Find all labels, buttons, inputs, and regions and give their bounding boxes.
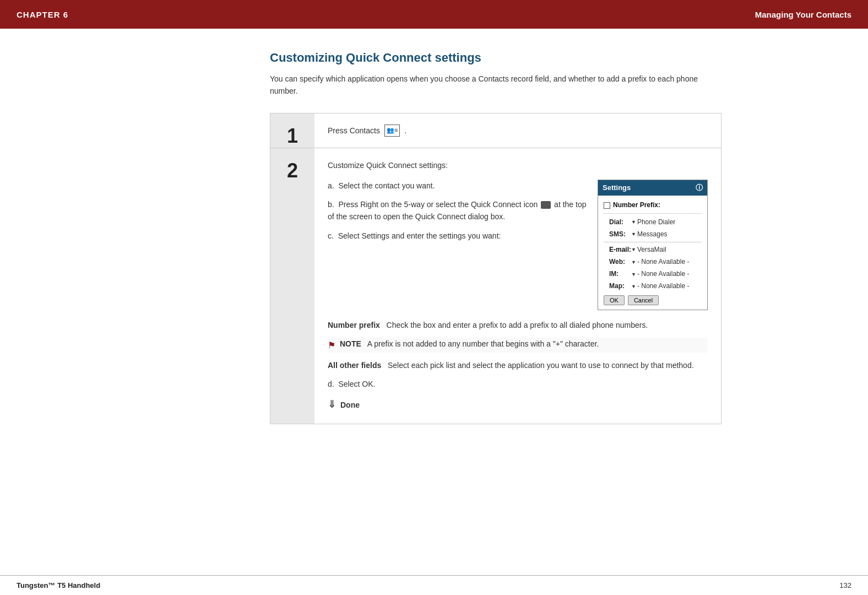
note-content: NOTE A prefix is not added to any number… [340, 338, 599, 350]
web-row: Web: ▼ - None Available - [604, 257, 702, 267]
step-2-body: a. Select the contact you want. b. Press… [328, 180, 708, 310]
map-row: Map: ▼ - None Available - [604, 281, 702, 291]
instruction-c: c. Select Settings and enter the setting… [328, 230, 587, 242]
step-2-number: 2 [270, 148, 314, 424]
step-1-text: Press Contacts 👥≡ . [328, 125, 708, 137]
im-value: ▼ - None Available - [631, 269, 689, 279]
step-1-number: 1 [270, 113, 314, 148]
note-text: A prefix is not added to any number that… [367, 339, 599, 348]
sms-value-text: Messages [637, 229, 668, 240]
instruction-b: b. Press Right on the 5-way or select th… [328, 198, 587, 223]
number-prefix-description: Number prefix Check the box and enter a … [328, 319, 708, 331]
number-prefix-label: Number Prefix: [613, 200, 660, 210]
settings-dialog-header: Settings ⓘ [598, 180, 707, 196]
email-row: E-mail: ▼ VersaMail [604, 245, 702, 255]
map-value: ▼ - None Available - [631, 281, 689, 291]
sms-label: SMS: [609, 229, 631, 240]
quick-connect-icon [541, 201, 551, 209]
step-1: 1 Press Contacts 👥≡ . [270, 113, 721, 148]
number-prefix-row: Number Prefix: [604, 200, 702, 213]
instruction-c-text: Select Settings and enter the settings y… [338, 231, 501, 240]
im-row: IM: ▼ - None Available - [604, 269, 702, 279]
instruction-d-letter: d. [328, 380, 334, 388]
step-2-content: Customize Quick Connect settings: a. Sel… [314, 148, 721, 424]
chapter-label: CHAPTER 6 [17, 10, 68, 19]
instruction-a-letter: a. [328, 181, 334, 190]
cancel-button[interactable]: Cancel [628, 295, 659, 305]
number-prefix-desc-text: Check the box and enter a prefix to add … [387, 321, 648, 329]
instruction-d-text: Select OK. [338, 380, 375, 388]
note-box: ⚑ NOTE A prefix is not added to any numb… [328, 338, 708, 353]
step-2-header: Customize Quick Connect settings: [328, 159, 708, 171]
settings-button-row: OK Cancel [604, 295, 702, 305]
instruction-b-letter: b. [328, 200, 334, 209]
header-title: Managing Your Contacts [755, 10, 851, 19]
all-other-fields-name: All other fields [328, 361, 381, 370]
additional-content: Number prefix Check the box and enter a … [328, 319, 708, 413]
note-label: NOTE [340, 339, 361, 348]
page-header: CHAPTER 6 Managing Your Contacts [0, 0, 868, 29]
done-arrow-icon: ⇓ [328, 397, 336, 413]
intro-text: You can specify which application opens … [270, 73, 721, 98]
settings-dialog-body: Number Prefix: Dial: ▼ Phone Dialer [598, 196, 707, 309]
number-prefix-field-name: Number prefix [328, 321, 380, 329]
main-content: Customizing Quick Connect settings You c… [0, 29, 868, 446]
web-value-text: - None Available - [637, 257, 690, 267]
dial-value: ▼ Phone Dialer [631, 217, 675, 228]
map-value-text: - None Available - [637, 281, 690, 291]
im-dropdown-arrow: ▼ [631, 271, 636, 278]
step-2-instructions: a. Select the contact you want. b. Press… [328, 180, 587, 310]
page-title: Customizing Quick Connect settings [270, 51, 868, 65]
period: . [404, 125, 406, 137]
sms-dropdown-arrow: ▼ [631, 230, 636, 238]
note-icon: ⚑ [328, 338, 335, 353]
footer-page-number: 132 [839, 581, 851, 589]
dial-row: Dial: ▼ Phone Dialer [604, 217, 702, 228]
info-icon: ⓘ [696, 182, 703, 194]
map-dropdown-arrow: ▼ [631, 283, 636, 290]
page-footer: Tungsten™ T5 Handheld 132 [0, 575, 868, 595]
web-label: Web: [609, 257, 631, 267]
instruction-c-letter: c. [328, 231, 334, 240]
settings-dialog: Settings ⓘ Number Prefix: Dial: [598, 180, 708, 310]
number-prefix-checkbox[interactable] [604, 202, 610, 209]
email-dropdown-arrow: ▼ [631, 246, 636, 253]
instruction-a: a. Select the contact you want. [328, 180, 587, 192]
dial-value-text: Phone Dialer [637, 217, 675, 228]
email-value: ▼ VersaMail [631, 245, 666, 255]
dial-label: Dial: [609, 217, 631, 228]
sms-value: ▼ Messages [631, 229, 668, 240]
all-other-fields-text: Select each pick list and select the app… [388, 361, 694, 370]
step-2: 2 Customize Quick Connect settings: a. S… [270, 148, 721, 424]
dial-dropdown-arrow: ▼ [631, 218, 636, 226]
instruction-b-text: Press Right on the 5-way or select the Q… [328, 200, 586, 221]
press-contacts-text: Press Contacts [328, 125, 380, 137]
step-1-content: Press Contacts 👥≡ . [314, 113, 721, 148]
map-label: Map: [609, 281, 631, 291]
done-label: Done [340, 399, 360, 411]
settings-divider-1 [604, 242, 702, 242]
im-label: IM: [609, 269, 631, 279]
settings-title: Settings [603, 182, 631, 194]
all-other-fields-description: All other fields Select each pick list a… [328, 359, 708, 371]
instruction-a-text: Select the contact you want. [338, 181, 435, 190]
sms-row: SMS: ▼ Messages [604, 229, 702, 240]
instruction-d: d. Select OK. [328, 378, 708, 390]
web-dropdown-arrow: ▼ [631, 258, 636, 266]
steps-container: 1 Press Contacts 👥≡ . 2 Customize Quick … [270, 113, 721, 424]
done-row: ⇓ Done [328, 397, 708, 413]
email-value-text: VersaMail [637, 245, 666, 255]
email-label: E-mail: [609, 245, 631, 255]
web-value: ▼ - None Available - [631, 257, 689, 267]
footer-brand: Tungsten™ T5 Handheld [17, 581, 100, 589]
im-value-text: - None Available - [637, 269, 690, 279]
ok-button[interactable]: OK [604, 295, 625, 305]
step-2-header-text: Customize Quick Connect settings: [328, 161, 448, 170]
contacts-icon: 👥≡ [384, 125, 400, 137]
